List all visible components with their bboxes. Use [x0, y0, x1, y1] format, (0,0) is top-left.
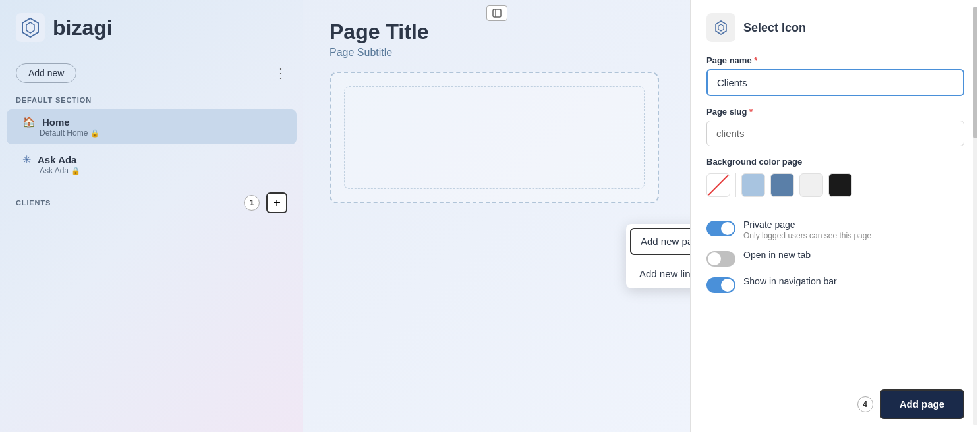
canvas-placeholder: [330, 72, 659, 203]
more-options-icon[interactable]: ⋮: [274, 65, 287, 81]
color-swatch-light-gray[interactable]: [799, 173, 823, 197]
svg-line-3: [708, 175, 728, 195]
show-nav-toggle[interactable]: [706, 277, 735, 293]
color-swatch-mid-blue[interactable]: [770, 173, 794, 197]
bizagi-logo-icon: [16, 13, 45, 42]
color-divider: [735, 173, 736, 197]
color-swatch-none[interactable]: [706, 173, 730, 197]
step-4-badge: 4: [857, 396, 873, 412]
page-subtitle: Page Subtitle: [330, 47, 664, 59]
sidebar-item-home[interactable]: 🏠 Home Default Home 🔒: [7, 109, 297, 144]
page-name-label: Page name *: [706, 55, 964, 65]
home-icon: 🏠: [22, 116, 36, 128]
add-new-page-item[interactable]: Add new page: [630, 228, 690, 255]
color-swatch-black[interactable]: [828, 173, 852, 197]
open-new-tab-knob: [708, 252, 721, 265]
panel-icon-box[interactable]: [706, 13, 735, 42]
page-canvas: Page Title Page Subtitle: [303, 0, 690, 223]
page-slug-required: *: [749, 107, 753, 117]
page-name-required: *: [754, 55, 757, 65]
main-canvas: Page Title Page Subtitle Add new page Ad…: [303, 0, 690, 432]
clients-section-label: CLIENTS: [16, 199, 51, 207]
askada-lock-icon: 🔒: [71, 167, 80, 175]
sidebar-toolbar: Add new ⋮: [0, 58, 303, 91]
right-panel: Select Icon Page name * Page slug * Back…: [690, 0, 980, 432]
add-new-button[interactable]: Add new: [16, 63, 76, 83]
askada-icon: ✳: [22, 153, 31, 166]
open-new-tab-toggle-row: Open in new tab: [706, 250, 964, 267]
page-title: Page Title: [330, 20, 664, 44]
bg-color-group: Background color page: [706, 157, 964, 209]
private-page-toggle-row: Private page Only logged users can see t…: [706, 219, 964, 240]
canvas-inner-border: [344, 86, 645, 189]
show-nav-label: Show in navigation bar: [743, 276, 964, 286]
add-page-button[interactable]: Add page: [880, 389, 964, 419]
private-page-sublabel: Only logged users can see this page: [743, 231, 964, 240]
color-swatches: [706, 173, 964, 197]
no-color-icon: [707, 174, 730, 196]
panel-logo-icon: [713, 20, 729, 36]
show-nav-toggle-row: Show in navigation bar: [706, 276, 964, 293]
scrollbar-track[interactable]: [973, 7, 977, 425]
page-slug-group: Page slug *: [706, 107, 964, 146]
sidebar-item-askada[interactable]: ✳ Ask Ada Ask Ada 🔒: [7, 147, 297, 182]
private-page-toggle[interactable]: [706, 221, 735, 236]
askada-title: Ask Ada: [38, 154, 76, 165]
show-nav-knob: [721, 279, 734, 292]
bg-color-label: Background color page: [706, 157, 964, 167]
page-slug-label: Page slug *: [706, 107, 964, 117]
sidebar: bizagi Add new ⋮ DEFAULT SECTION 🏠 Home …: [0, 0, 303, 432]
private-page-label: Private page: [743, 219, 964, 230]
clients-section: CLIENTS 1 +: [0, 183, 303, 219]
page-name-group: Page name *: [706, 55, 964, 96]
scrollbar-thumb: [973, 7, 977, 138]
page-slug-input[interactable]: [706, 121, 964, 146]
askada-subtitle: Ask Ada 🔒: [40, 166, 281, 175]
add-clients-button[interactable]: +: [266, 192, 287, 213]
home-lock-icon: 🔒: [90, 129, 100, 138]
home-subtitle: Default Home 🔒: [40, 128, 281, 138]
open-new-tab-label: Open in new tab: [743, 250, 964, 260]
open-new-tab-toggle[interactable]: [706, 251, 735, 267]
add-new-link-item[interactable]: Add new link: [626, 259, 690, 288]
color-swatch-light-blue[interactable]: [741, 173, 765, 197]
page-name-input[interactable]: [706, 69, 964, 96]
logo-area: bizagi: [0, 13, 303, 58]
logo-text: bizagi: [53, 16, 113, 40]
add-page-dropdown: Add new page Add new link: [626, 224, 690, 288]
panel-title: Select Icon: [743, 21, 806, 35]
step-1-badge: 1: [244, 195, 260, 211]
panel-header: Select Icon: [706, 13, 964, 42]
panel-footer: 4 Add page: [706, 379, 964, 419]
private-page-knob: [721, 222, 734, 235]
default-section-label: DEFAULT SECTION: [0, 91, 303, 108]
svg-rect-0: [16, 13, 45, 42]
home-title: Home: [42, 117, 70, 128]
